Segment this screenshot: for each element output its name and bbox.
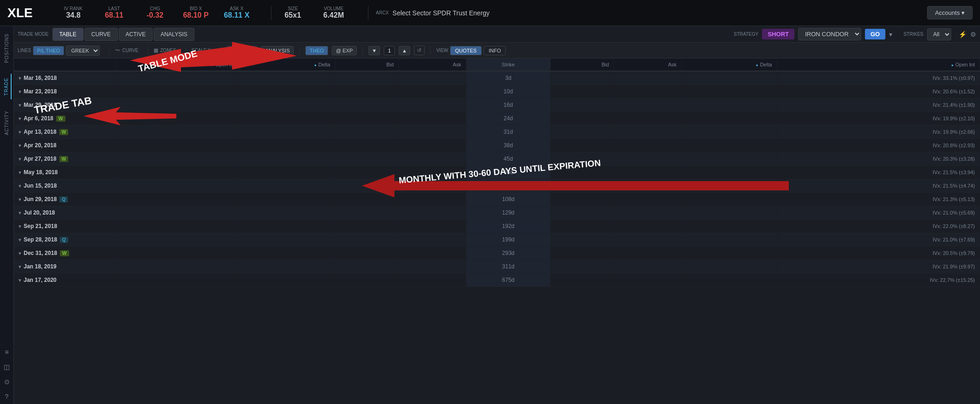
strategy-dropdown[interactable]: IRON CONDOR STRANGLE STRADDLE VERTICAL [798, 28, 861, 40]
stepper-value: 1 [384, 46, 395, 55]
open-int-call [116, 274, 240, 287]
row-chevron[interactable]: ▾ [19, 130, 21, 135]
quotes-btn[interactable]: QUOTES [450, 46, 482, 55]
sidebar-tab-trade[interactable]: TRADE [2, 74, 12, 99]
bid-put [550, 179, 614, 193]
row-chevron[interactable]: ▾ [19, 156, 21, 162]
sidebar-tab-activity[interactable]: ACTIVITY [2, 107, 11, 139]
at-exp-btn[interactable]: @ EXP [332, 46, 357, 55]
row-chevron[interactable]: ▾ [19, 170, 21, 175]
table-row[interactable]: ▾ Jun 15, 2018 94d IVx: 21.5% (±4.74) [14, 179, 980, 193]
strike-days: 16d [466, 98, 550, 112]
table-row[interactable]: ▾ Mar 29, 2018 16d IVx: 21.4% (±1.90) [14, 98, 980, 112]
row-chevron[interactable]: ▾ [19, 210, 21, 215]
row-chevron[interactable]: ▾ [19, 278, 21, 283]
stepper-down-btn[interactable]: ▼ [368, 46, 380, 55]
table-row[interactable]: ▾ Jul 20, 2018 129d IVx: 21.0% (±5.69) [14, 206, 980, 220]
table-row[interactable]: ▾ Apr 13, 2018 W 31d IVx: 19.9% (±2.66) [14, 125, 980, 139]
strikes-dropdown[interactable]: All 10 20 [927, 28, 951, 40]
gear-icon[interactable]: ⚙ [970, 31, 976, 38]
toolbar-bar: LINES P/L THEO GREEK 〜 CURVE ▦ ZONES SCA… [14, 43, 980, 59]
ask-call [399, 220, 466, 233]
delta-put [682, 152, 777, 166]
row-chevron[interactable]: ▾ [19, 76, 21, 81]
dropdown-arrow-icon[interactable]: ▾ [889, 31, 892, 38]
tab-analysis[interactable]: ANALYSIS [154, 28, 194, 41]
row-chevron[interactable]: ▾ [19, 251, 21, 256]
table-row[interactable]: ▾ May 18, 2018 66d IVx: 21.5% (±3.94) [14, 166, 980, 179]
delta-call [240, 71, 335, 85]
table-row[interactable]: ▾ Mar 23, 2018 10d IVx: 20.6% (±1.52) [14, 85, 980, 98]
bid-call [335, 260, 399, 274]
last-stat: Last 68.11 [100, 6, 128, 20]
expiry-date-text: Mar 23, 2018 [24, 88, 57, 95]
table-row[interactable]: ▾ Dec 31, 2018 W 293d IVx: 20.5% (±9.79) [14, 247, 980, 260]
open-int-put: IVx: 22.7% (±15.25) [777, 274, 980, 287]
table-row[interactable]: ▾ Sep 28, 2018 Q 199d IVx: 21.0% (±7.69) [14, 233, 980, 247]
row-chevron[interactable]: ▾ [19, 183, 21, 189]
strike-days: 10d [466, 85, 550, 98]
table-row[interactable]: ▾ Jan 17, 2020 675d IVx: 22.7% (±15.25) [14, 274, 980, 287]
bid-call [335, 112, 399, 125]
pl-theo-btn[interactable]: P/L THEO [33, 46, 64, 55]
table-row[interactable]: ▾ Apr 20, 2018 38d IVx: 20.8% (±2.93) [14, 139, 980, 152]
greek-select[interactable]: GREEK [66, 46, 100, 56]
table-row[interactable]: ▾ Apr 6, 2018 W 24d IVx: 19.9% (±2.10) [14, 112, 980, 125]
delta-put [682, 193, 777, 206]
stepper-up-btn[interactable]: ▲ [399, 46, 410, 55]
open-int-put: IVx: 21.5% (±4.74) [777, 179, 980, 193]
delta-put [682, 206, 777, 220]
open-int-call [116, 125, 240, 139]
open-int-call [116, 112, 240, 125]
options-chain-table: Open Int Delta Bid Ask Strike Bid Ask De… [14, 59, 980, 287]
default-btn[interactable]: DEFAULT [226, 46, 258, 55]
row-chevron[interactable]: ▾ [19, 103, 21, 108]
expiry-date-text: Apr 6, 2018 [24, 115, 53, 122]
refresh-btn[interactable]: ↺ [414, 46, 425, 55]
strike-days: 129d [466, 206, 550, 220]
table-row[interactable]: ▾ Apr 27, 2018 W 45d IVx: 20.3% (±3.28) [14, 152, 980, 166]
bid-call [335, 247, 399, 260]
table-row[interactable]: ▾ Mar 16, 2018 3d IVx: 33.1% (±0.97) [14, 71, 980, 85]
open-int-call [116, 179, 240, 193]
sidebar-tab-positions[interactable]: POSITIONS [2, 30, 11, 66]
analysis-btn[interactable]: ANALYSIS [261, 46, 294, 55]
info-btn[interactable]: INFO [484, 46, 506, 55]
row-chevron[interactable]: ▾ [19, 224, 21, 229]
table-row[interactable]: ▾ Sep 21, 2018 192d IVx: 22.0% (±8.27) [14, 220, 980, 233]
view-section: VIEW QUOTES INFO [436, 46, 506, 55]
trade-mode-label: TRADE MODE [18, 32, 49, 37]
bid-put [550, 233, 614, 247]
table-row[interactable]: ▾ Jun 29, 2018 Q 108d IVx: 21.3% (±5.13) [14, 193, 980, 206]
bid-put [550, 193, 614, 206]
row-chevron[interactable]: ▾ [19, 116, 21, 121]
row-chevron[interactable]: ▾ [19, 143, 21, 148]
chg-stat: Chg -0.32 [141, 6, 169, 20]
tab-table[interactable]: TABLE [52, 28, 84, 41]
delta-call [240, 206, 335, 220]
open-int-put: IVx: 19.9% (±2.66) [777, 125, 980, 139]
theo-btn[interactable]: THEO [305, 46, 328, 55]
help-icon[interactable]: ? [5, 393, 9, 400]
go-button[interactable]: GO [865, 29, 885, 39]
person-icon[interactable]: ⊙ [4, 378, 10, 385]
tab-curve[interactable]: CURVE [84, 28, 118, 41]
scale-y-group: SCALE Y [192, 48, 211, 53]
delta-put [682, 112, 777, 125]
toolbar-sep-7 [430, 46, 431, 55]
delta-call [240, 166, 335, 179]
accounts-button[interactable]: Accounts ▾ [927, 6, 973, 20]
chg-value: -0.32 [147, 11, 163, 20]
tab-active[interactable]: ACTIVE [119, 28, 153, 41]
row-chevron[interactable]: ▾ [19, 197, 21, 202]
filter-icon[interactable]: ⚡ [959, 31, 967, 38]
bid-put [550, 152, 614, 166]
strike-days: 311d [466, 260, 550, 274]
row-chevron[interactable]: ▾ [19, 89, 21, 94]
chart-icon[interactable]: ◫ [4, 363, 10, 371]
row-chevron[interactable]: ▾ [19, 264, 21, 269]
list-icon[interactable]: ≡ [5, 348, 8, 356]
row-chevron[interactable]: ▾ [19, 237, 21, 242]
table-row[interactable]: ▾ Jan 18, 2019 311d IVx: 21.9% (±9.97) [14, 260, 980, 274]
ask-put [614, 71, 682, 85]
